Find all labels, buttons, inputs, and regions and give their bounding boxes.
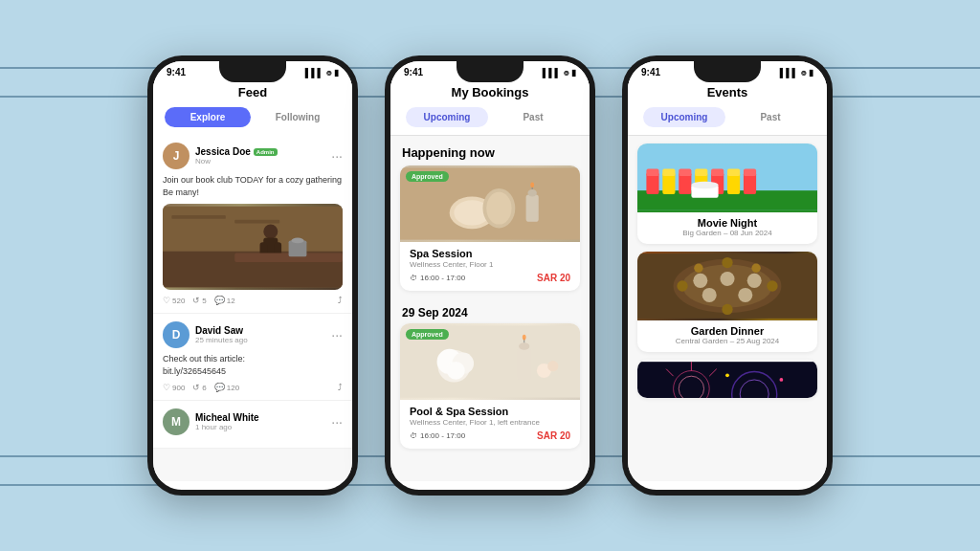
likes-jessica[interactable]: ♡ 520 bbox=[163, 296, 185, 305]
svg-point-52 bbox=[693, 274, 707, 288]
tab-explore[interactable]: Explore bbox=[165, 107, 251, 127]
svg-point-58 bbox=[767, 280, 777, 291]
like-icon: ♡ bbox=[163, 296, 170, 305]
share-icon-jessica[interactable]: ⤴ bbox=[338, 296, 343, 305]
battery-icon-b: ▮ bbox=[571, 68, 576, 77]
signal-icon-e: ▌▌▌ bbox=[780, 68, 798, 77]
comment-icon-david: 💬 bbox=[214, 383, 225, 392]
post-image-jessica bbox=[163, 204, 343, 290]
svg-point-48 bbox=[691, 182, 718, 189]
booking-location-spa: Wellness Center, Floor 1 bbox=[410, 260, 570, 269]
battery-icon: ▮ bbox=[334, 68, 339, 77]
event-card-fireworks[interactable] bbox=[637, 360, 817, 398]
battery-icon-e: ▮ bbox=[809, 68, 813, 77]
comments-jessica[interactable]: 💬 12 bbox=[214, 296, 235, 305]
repost-icon: ↺ bbox=[192, 296, 200, 305]
svg-rect-36 bbox=[662, 169, 675, 177]
post-menu-jessica[interactable]: ··· bbox=[331, 148, 343, 164]
status-icons-bookings: ▌▌▌ ⌾ ▮ bbox=[543, 68, 576, 77]
reposts-jessica[interactable]: ↺ 5 bbox=[192, 296, 206, 305]
post-actions-jessica: ♡ 520 ↺ 5 💬 12 ⤴ bbox=[163, 296, 343, 305]
user-info-david: David Saw 25 minutes ago bbox=[195, 325, 248, 344]
post-time-jessica: Now bbox=[195, 157, 278, 165]
event-card-movie[interactable]: Movie Night Big Garden – 08 Jun 2024 bbox=[637, 143, 817, 244]
share-icon-david[interactable]: ⤴ bbox=[338, 383, 343, 392]
username-micheal: Micheal White bbox=[195, 412, 259, 423]
event-name-garden: Garden Dinner bbox=[647, 325, 808, 337]
notch-feed bbox=[219, 61, 286, 82]
tab-past-bookings[interactable]: Past bbox=[492, 107, 574, 127]
booking-info-pool: Pool & Spa Session Wellness Center, Floo… bbox=[400, 400, 580, 449]
svg-point-60 bbox=[722, 304, 732, 315]
comment-icon: 💬 bbox=[214, 296, 225, 305]
approved-badge-spa: Approved bbox=[406, 171, 449, 182]
svg-point-30 bbox=[547, 361, 558, 371]
feed-screen: Feed Explore Following J Jessica Doe Adm… bbox=[153, 79, 352, 481]
likes-david[interactable]: ♡ 900 bbox=[163, 383, 185, 392]
post-micheal: M Micheal White 1 hour ago ··· bbox=[153, 401, 352, 449]
wifi-icon: ⌾ bbox=[326, 68, 331, 77]
notch-events bbox=[694, 61, 761, 82]
tab-following[interactable]: Following bbox=[255, 107, 341, 127]
repost-icon-david: ↺ bbox=[192, 383, 200, 392]
event-card-garden[interactable]: Garden Dinner Central Garden – 25 Aug 20… bbox=[637, 252, 817, 352]
svg-point-56 bbox=[738, 288, 752, 302]
post-time-micheal: 1 hour ago bbox=[195, 423, 259, 431]
time-bookings: 9:41 bbox=[404, 67, 423, 77]
events-screen: Events Upcoming Past bbox=[628, 79, 827, 481]
events-title: Events bbox=[628, 79, 827, 103]
svg-rect-25 bbox=[517, 348, 531, 380]
like-icon-david: ♡ bbox=[163, 383, 170, 392]
svg-point-53 bbox=[720, 272, 734, 286]
event-img-fireworks bbox=[637, 360, 817, 398]
svg-point-17 bbox=[527, 189, 536, 197]
svg-point-57 bbox=[677, 280, 687, 291]
avatar-micheal: M bbox=[163, 408, 189, 435]
svg-point-55 bbox=[702, 288, 717, 302]
event-details-movie: Big Garden – 08 Jun 2024 bbox=[647, 229, 808, 237]
svg-point-24 bbox=[447, 362, 465, 380]
post-menu-david[interactable]: ··· bbox=[331, 327, 343, 342]
event-info-garden: Garden Dinner Central Garden – 25 Aug 20… bbox=[637, 320, 817, 352]
svg-rect-16 bbox=[526, 195, 539, 222]
phone-feed: 9:41 ▌▌▌ ⌾ ▮ Feed Explore Following J bbox=[147, 55, 358, 496]
svg-point-62 bbox=[751, 264, 760, 273]
wifi-icon-e: ⌾ bbox=[801, 68, 806, 77]
signal-icon-b: ▌▌▌ bbox=[543, 68, 561, 77]
post-header-jessica: J Jessica Doe Admin Now ··· bbox=[163, 143, 343, 169]
approved-badge-pool: Approved bbox=[406, 329, 449, 340]
post-menu-micheal[interactable]: ··· bbox=[331, 414, 343, 430]
avatar-david: D bbox=[163, 321, 189, 348]
date-section: 29 Sep 2024 bbox=[390, 300, 590, 323]
booking-time-row-pool: ⏱ 16:00 - 17:00 SAR 20 bbox=[410, 430, 570, 441]
reposts-david[interactable]: ↺ 6 bbox=[192, 383, 206, 392]
svg-rect-2 bbox=[171, 215, 225, 219]
svg-point-59 bbox=[722, 257, 732, 268]
post-text-david: Check out this article:bit.ly/326545645 bbox=[163, 353, 343, 377]
status-icons-feed: ▌▌▌ ⌾ ▮ bbox=[305, 68, 339, 77]
booking-time-pool: ⏱ 16:00 - 17:00 bbox=[410, 431, 465, 440]
bookings-screen: My Bookings Upcoming Past Happening now bbox=[390, 79, 590, 481]
svg-rect-44 bbox=[727, 169, 740, 177]
svg-rect-46 bbox=[744, 169, 756, 177]
booking-name-spa: Spa Session bbox=[410, 248, 570, 259]
svg-rect-34 bbox=[646, 169, 658, 177]
svg-rect-38 bbox=[679, 169, 691, 177]
post-user-micheal: M Micheal White 1 hour ago bbox=[163, 408, 259, 435]
signal-icon: ▌▌▌ bbox=[305, 68, 323, 77]
events-tab-bar: Upcoming Past bbox=[628, 103, 827, 136]
booking-time-spa: ⏱ 16:00 - 17:00 bbox=[410, 274, 465, 282]
comments-david[interactable]: 💬 120 bbox=[214, 383, 239, 392]
tab-upcoming-bookings[interactable]: Upcoming bbox=[406, 107, 488, 127]
user-info-micheal: Micheal White 1 hour ago bbox=[195, 412, 259, 431]
bookings-tab-bar: Upcoming Past bbox=[390, 103, 590, 136]
event-details-garden: Central Garden – 25 Aug 2024 bbox=[647, 337, 808, 345]
post-header-david: D David Saw 25 minutes ago ··· bbox=[163, 321, 343, 348]
feed-tab-bar: Explore Following bbox=[153, 103, 352, 135]
tab-upcoming-events[interactable]: Upcoming bbox=[643, 107, 725, 127]
booking-card-spa[interactable]: Approved Spa Session Wellness Center, Fl… bbox=[400, 165, 580, 291]
avatar-jessica: J bbox=[163, 143, 189, 169]
tab-past-events[interactable]: Past bbox=[729, 107, 812, 127]
booking-card-pool[interactable]: Approved Pool & Spa Session Wellness Cen… bbox=[400, 323, 580, 449]
svg-point-28 bbox=[523, 335, 526, 341]
